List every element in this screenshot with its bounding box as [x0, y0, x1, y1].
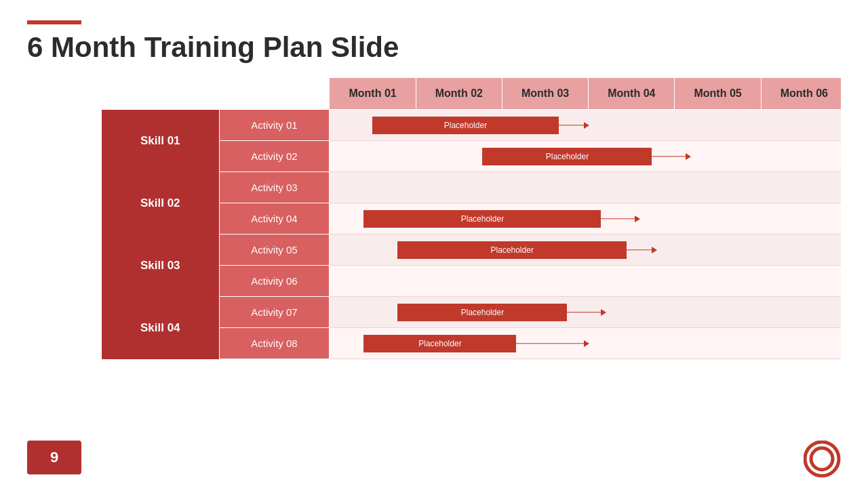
activity-label: Activity 06 [219, 266, 330, 297]
activity-label: Activity 08 [219, 328, 330, 359]
month-header-2: Month 02 [416, 78, 502, 110]
arrow-head [652, 247, 657, 253]
gantt-cell: Placeholder [330, 203, 841, 235]
gantt-cell [330, 266, 841, 297]
activity-label: Activity 04 [219, 203, 330, 235]
gantt-cell: Placeholder [330, 110, 841, 141]
accent-line [27, 20, 81, 24]
slide-title: 6 Month Training Plan Slide [27, 31, 841, 64]
skill-header-empty [102, 78, 219, 110]
activity-label: Activity 01 [219, 110, 330, 141]
page-number: 9 [27, 441, 81, 474]
gantt-cell: Placeholder [330, 328, 841, 359]
skill-label-3: Skill 03 [102, 235, 219, 297]
activity-label: Activity 05 [219, 235, 330, 266]
slide: 6 Month Training Plan Slide Month 01Mont… [0, 0, 868, 488]
month-header-5: Month 05 [675, 78, 761, 110]
gantt-table: Month 01Month 02Month 03Month 04Month 05… [102, 77, 841, 359]
arrow-head [584, 340, 589, 347]
gantt-bar: Placeholder [363, 210, 601, 228]
month-header-4: Month 04 [589, 78, 675, 110]
arrow-head [584, 122, 589, 129]
month-header-6: Month 06 [761, 78, 841, 110]
gantt-cell: Placeholder [330, 141, 841, 172]
gantt-cell: Placeholder [330, 235, 841, 266]
activity-label: Activity 03 [219, 172, 330, 203]
gantt-cell: Placeholder [330, 297, 841, 328]
table-row: Skill 04Activity 07Placeholder [102, 297, 841, 328]
activity-label: Activity 07 [219, 297, 330, 328]
skill-label-2: Skill 02 [102, 172, 219, 235]
gantt-bar: Placeholder [482, 148, 652, 165]
arrow-head [686, 153, 691, 160]
arrow-head [601, 309, 606, 316]
skill-label-4: Skill 04 [102, 297, 219, 359]
month-header-1: Month 01 [330, 78, 416, 110]
gantt-cell [330, 172, 841, 203]
table-row: Skill 02Activity 03 [102, 172, 841, 203]
header-row: Month 01Month 02Month 03Month 04Month 05… [102, 78, 841, 110]
skill-label-1: Skill 01 [102, 110, 219, 172]
activity-label: Activity 02 [219, 141, 330, 172]
svg-point-1 [811, 448, 833, 470]
gantt-bar: Placeholder [397, 241, 627, 259]
gantt-bar: Placeholder [363, 335, 516, 352]
arrow-head [635, 216, 640, 222]
gantt-bar: Placeholder [397, 304, 567, 321]
gantt-bar: Placeholder [372, 117, 559, 134]
activity-header-empty [219, 78, 330, 110]
logo-icon [804, 441, 841, 478]
month-header-3: Month 03 [502, 78, 588, 110]
table-row: Skill 03Activity 05Placeholder [102, 235, 841, 266]
table-row: Skill 01Activity 01Placeholder [102, 110, 841, 141]
